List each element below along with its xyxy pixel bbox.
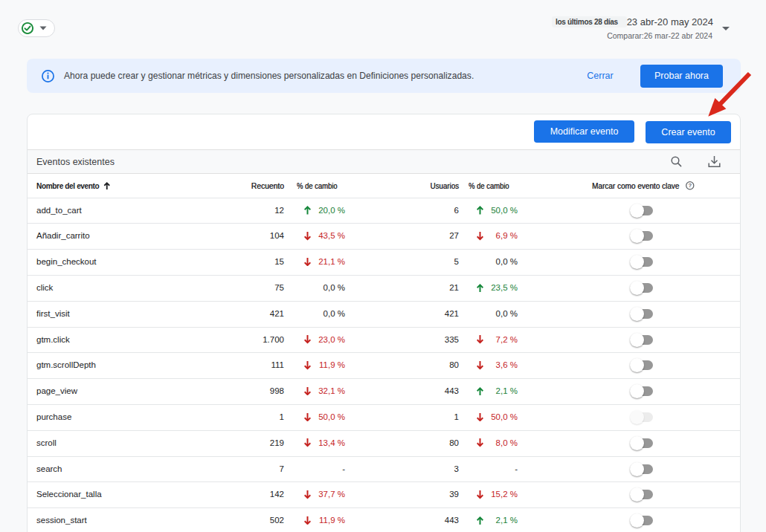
svg-text:?: ? (688, 182, 692, 189)
